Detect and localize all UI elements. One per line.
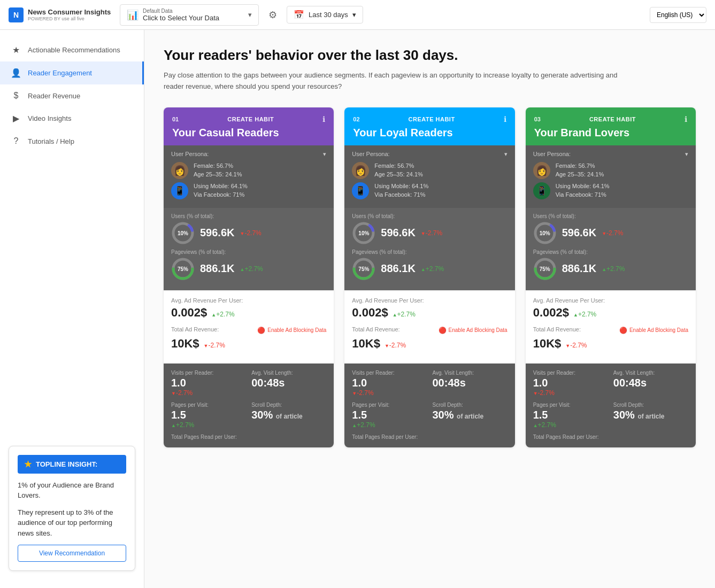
sidebar-item-reader-revenue[interactable]: $ Reader Revenue (0, 84, 144, 107)
scroll-cell: Scroll Depth: 30% of article (613, 402, 688, 429)
avg-visit-label: Avg. Visit Length: (432, 370, 507, 376)
page-title: Your readers' behavior over the last 30 … (164, 47, 696, 64)
persona-header[interactable]: User Persona: ▾ (171, 151, 326, 158)
pageviews-donut: 75% (171, 257, 195, 281)
card-1: 02 CREATE HABIT ℹ Your Loyal Readers Use… (344, 107, 514, 447)
star-icon: ★ (24, 459, 32, 469)
avg-rev-label: Avg. Ad Revenue Per User: (171, 297, 326, 304)
card-0: 01 CREATE HABIT ℹ Your Casual Readers Us… (164, 107, 334, 447)
pageviews-label: Pageviews (% of total): (171, 249, 326, 255)
visits-label: Visits per Reader: (352, 370, 427, 376)
logo-area: N News Consumer Insights POWERED BY use … (9, 7, 113, 22)
sidebar-item-actionable-recommendations[interactable]: ★ Actionable Recommendations (0, 38, 144, 61)
total-rev-label: Total Ad Revenue: (533, 326, 581, 332)
pageviews-pct-label: 75% (540, 266, 550, 272)
total-rev-value: 10K$ (533, 337, 562, 351)
users-pct-label: 10% (178, 230, 188, 236)
scroll-cell: Scroll Depth: 30% of article (432, 402, 507, 429)
chevron-down-icon: ▾ (504, 151, 508, 158)
scroll-label: Scroll Depth: (613, 402, 688, 408)
warning-icon: 🔴 (257, 327, 265, 334)
topline-text1: 1% of your Audience are Brand Lovers. (18, 480, 126, 501)
settings-button[interactable]: ⚙ (265, 6, 280, 24)
scroll-value: 30% of article (613, 409, 688, 421)
total-rev-change: -2.7% (204, 342, 225, 349)
avg-visit-label: Avg. Visit Length: (613, 370, 688, 376)
main-content: Your readers' behavior over the last 30 … (144, 30, 715, 588)
card-title: Your Casual Readers (172, 127, 325, 139)
scroll-label: Scroll Depth: (432, 402, 507, 408)
card-tag: CREATE HABIT (409, 116, 455, 122)
users-value: 596.6K (562, 227, 597, 239)
date-range-value: Last 30 days (309, 11, 348, 19)
pageviews-stat-row: 75% 886.1K +2.7% (352, 257, 507, 281)
chevron-down-icon: ▾ (323, 151, 326, 158)
visits-cell: Visits per Reader: 1.0 -2.7% (533, 370, 608, 397)
total-rev-row: 10K$ -2.7% (171, 337, 326, 351)
card-persona-1: User Persona: ▾ 👩 Female: 56.7% Age 25–3… (344, 145, 514, 208)
total-rev-row: 10K$ -2.7% (533, 337, 688, 351)
persona-header[interactable]: User Persona: ▾ (352, 151, 507, 158)
card-header-2: 03 CREATE HABIT ℹ Your Brand Lovers (526, 107, 696, 145)
pageviews-label: Pageviews (% of total): (352, 249, 507, 255)
avg-rev-label: Avg. Ad Revenue Per User: (352, 297, 507, 304)
sidebar-item-reader-engagement[interactable]: 👤 Reader Engagement (0, 61, 144, 84)
card-title: Your Brand Lovers (534, 127, 687, 139)
users-change: -2.7% (602, 229, 623, 237)
avg-rev-change: +2.7% (211, 311, 234, 318)
sidebar-item-tutorials[interactable]: ? Tutorials / Help (0, 130, 144, 152)
avg-visit-value: 00:48s (613, 377, 688, 389)
total-rev-value: 10K$ (352, 337, 380, 351)
behavior-grid: Visits per Reader: 1.0 -2.7% Avg. Visit … (171, 370, 326, 429)
avg-rev-change: +2.7% (393, 311, 416, 318)
sidebar-item-video-insights[interactable]: ▶ Video Insights (0, 107, 144, 130)
chart-icon: 📊 (127, 9, 139, 21)
pages-change: +2.7% (533, 421, 608, 429)
persona-gender-row: 👩 Female: 56.7% Age 25–35: 24.1% (533, 162, 688, 179)
info-icon[interactable]: ℹ (504, 115, 506, 123)
warning-icon: 🔴 (439, 327, 447, 334)
total-rev-label: Total Ad Revenue: (352, 326, 399, 332)
enable-ad-blocking-link[interactable]: 🔴 Enable Ad Blocking Data (619, 327, 688, 334)
data-selector-dropdown[interactable]: 📊 Default Data Click to Select Your Data… (120, 4, 259, 26)
language-selector[interactable]: English (US) (650, 7, 706, 23)
pageviews-stat-row: 75% 886.1K +2.7% (533, 257, 688, 281)
persona-info: Female: 56.7% Age 25–35: 24.1% (374, 162, 423, 179)
data-selector-label: Default Data (143, 8, 244, 14)
card-stats-2: Users (% of total): 10% 596.6K -2.7% Pag… (526, 208, 696, 290)
play-icon: ▶ (11, 113, 21, 123)
app-subtitle: POWERED BY use all five (28, 16, 113, 21)
card-persona-2: User Persona: ▾ 👩 Female: 56.7% Age 25–3… (526, 145, 696, 208)
main-layout: ★ Actionable Recommendations 👤 Reader En… (0, 30, 715, 588)
info-icon[interactable]: ℹ (685, 115, 687, 123)
pages-cell: Pages per Visit: 1.5 +2.7% (533, 402, 608, 429)
avg-rev-row: 0.002$ +2.7% (352, 306, 507, 320)
persona-info: Female: 56.7% Age 25–35: 24.1% (556, 162, 604, 179)
persona-gender: Female: 56.7% (194, 162, 242, 170)
enable-text: Enable Ad Blocking Data (267, 327, 326, 333)
users-label: Users (% of total): (171, 213, 326, 219)
persona-header[interactable]: User Persona: ▾ (533, 151, 688, 158)
enable-ad-blocking-link[interactable]: 🔴 Enable Ad Blocking Data (257, 327, 326, 334)
persona-age: Age 25–35: 24.1% (374, 171, 423, 179)
scroll-cell: Scroll Depth: 30% of article (251, 402, 326, 429)
pageviews-change: +2.7% (240, 265, 263, 273)
date-range-selector[interactable]: 📅 Last 30 days ▾ (287, 6, 363, 24)
avg-rev-row: 0.002$ +2.7% (533, 306, 688, 320)
enable-ad-blocking-link[interactable]: 🔴 Enable Ad Blocking Data (439, 327, 508, 334)
view-recommendation-button[interactable]: View Recommendation (18, 545, 126, 562)
card-persona-0: User Persona: ▾ 👩 Female: 56.7% Age 25–3… (164, 145, 334, 208)
info-icon[interactable]: ℹ (322, 115, 325, 123)
pages-cell: Pages per Visit: 1.5 +2.7% (171, 402, 246, 429)
app-title: News Consumer Insights (28, 8, 113, 16)
avg-visit-cell: Avg. Visit Length: 00:48s (613, 370, 688, 397)
card-tag: CREATE HABIT (227, 116, 274, 122)
avg-visit-cell: Avg. Visit Length: 00:48s (432, 370, 507, 397)
avg-visit-label: Avg. Visit Length: (251, 370, 326, 376)
sidebar-label-video: Video Insights (28, 114, 71, 122)
persona-mobile: Using Mobile: 64.1% (556, 182, 610, 190)
topline-insight-card: ★ TOPLINE INSIGHT: 1% of your Audience a… (9, 446, 135, 571)
avatar: 👩 (171, 162, 188, 179)
chevron-down-icon: ▾ (352, 11, 356, 19)
persona-device-row: 📱 Using Mobile: 64.1% Via Facebook: 71% (171, 182, 326, 199)
